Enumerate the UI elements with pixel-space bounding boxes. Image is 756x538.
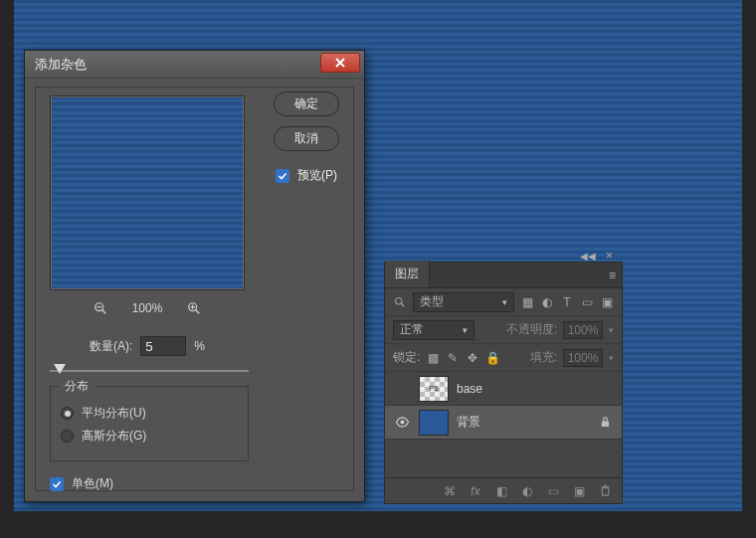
svg-rect-11 — [602, 488, 608, 495]
dialog-body: 100% 确定 取消 预览(P) 数量(A): % 分布 — [35, 87, 354, 491]
panel-tabs: 图层 ≡ — [385, 263, 622, 288]
blend-mode-value: 正常 — [400, 321, 424, 338]
zoom-out-icon[interactable] — [93, 300, 108, 316]
gaussian-radio[interactable] — [61, 430, 74, 443]
layer-item[interactable]: 背景 — [385, 406, 622, 440]
uniform-radio-row[interactable]: 平均分布(U) — [61, 405, 238, 422]
check-icon — [52, 479, 62, 489]
zoom-level: 100% — [132, 301, 163, 315]
visibility-toggle[interactable] — [393, 417, 411, 428]
lock-label: 锁定: — [393, 349, 420, 366]
distribution-group: 分布 平均分布(U) 高斯分布(G) — [50, 386, 249, 461]
amount-input[interactable] — [140, 336, 186, 356]
distribution-legend: 分布 — [59, 378, 94, 395]
panel-menu-icon[interactable]: ≡ — [609, 269, 616, 282]
monochrome-row[interactable]: 单色(M) — [50, 475, 113, 492]
chevron-down-icon: ▾ — [463, 325, 468, 335]
filter-type-icon[interactable]: T — [560, 295, 574, 309]
uniform-label: 平均分布(U) — [82, 405, 146, 422]
chevron-down-icon[interactable]: ▾ — [609, 325, 614, 335]
layer-name[interactable]: 背景 — [457, 414, 588, 431]
lock-transparency-icon[interactable]: ▩ — [426, 351, 440, 365]
collapse-icon[interactable]: ◀◀ — [580, 251, 596, 262]
lock-row: 锁定: ▩ ✎ ✥ 🔒 填充: 100% ▾ — [385, 344, 622, 372]
close-button[interactable] — [320, 53, 360, 73]
filter-row: 类型 ▾ ▦ ◐ T ▭ ▣ — [385, 288, 622, 316]
eye-icon — [395, 417, 410, 428]
svg-line-1 — [101, 310, 105, 314]
panel-footer: ⌘ fx ◧ ◐ ▭ ▣ — [385, 477, 622, 503]
uniform-radio[interactable] — [61, 407, 74, 420]
link-layers-icon[interactable]: ⌘ — [443, 484, 457, 498]
close-icon — [334, 57, 346, 69]
mask-icon[interactable]: ◧ — [494, 484, 508, 498]
slider-thumb[interactable] — [54, 364, 66, 374]
zoom-in-icon[interactable] — [186, 300, 202, 316]
chevron-down-icon[interactable]: ▾ — [609, 353, 614, 363]
layer-name[interactable]: base — [457, 382, 588, 396]
panel-close-icon[interactable]: × — [606, 249, 613, 263]
dialog-right-column: 确定 取消 预览(P) — [266, 91, 347, 184]
amount-row: 数量(A): % — [50, 336, 245, 356]
filter-smart-icon[interactable]: ▣ — [600, 295, 614, 309]
filter-pixel-icon[interactable]: ▦ — [520, 295, 534, 309]
monochrome-label: 单色(M) — [72, 475, 113, 492]
slider-track — [50, 370, 249, 372]
lock-all-icon[interactable]: 🔒 — [485, 351, 499, 365]
svg-line-8 — [401, 303, 404, 306]
adjustment-icon[interactable]: ◐ — [520, 484, 534, 498]
cancel-button[interactable]: 取消 — [274, 126, 339, 151]
layer-thumbnail[interactable] — [419, 410, 449, 436]
group-icon[interactable]: ▭ — [546, 484, 560, 498]
lock-brush-icon[interactable]: ✎ — [446, 351, 460, 365]
layer-list: PS base 背景 — [385, 372, 622, 477]
gaussian-label: 高斯分布(G) — [82, 428, 146, 445]
filter-type-dropdown[interactable]: 类型 ▾ — [413, 292, 514, 312]
amount-unit: % — [194, 339, 205, 353]
opacity-label: 不透明度: — [506, 321, 557, 338]
filter-adjust-icon[interactable]: ◐ — [540, 295, 554, 309]
filter-type-label: 类型 — [420, 293, 444, 310]
preview-checkbox[interactable] — [276, 169, 289, 183]
layers-tab[interactable]: 图层 — [385, 261, 430, 287]
chevron-down-icon: ▾ — [502, 297, 507, 307]
lock-position-icon[interactable]: ✥ — [466, 351, 479, 365]
lock-icon — [596, 416, 614, 429]
ok-button[interactable]: 确定 — [274, 91, 339, 116]
gaussian-radio-row[interactable]: 高斯分布(G) — [61, 428, 238, 445]
opacity-value[interactable]: 100% — [563, 321, 603, 339]
blend-row: 正常 ▾ 不透明度: 100% ▾ — [385, 316, 622, 344]
preview-label: 预览(P) — [297, 167, 337, 184]
search-icon[interactable] — [393, 295, 407, 309]
monochrome-checkbox[interactable] — [50, 477, 64, 491]
svg-point-9 — [400, 420, 404, 424]
layers-panel-wrap: ◀◀ × 图层 ≡ 类型 ▾ ▦ ◐ T ▭ ▣ 正常 ▾ 不透 — [384, 250, 623, 504]
dialog-titlebar[interactable]: 添加杂色 — [25, 51, 364, 79]
svg-rect-10 — [601, 422, 608, 428]
new-layer-icon[interactable]: ▣ — [572, 484, 586, 498]
add-noise-dialog: 添加杂色 100% 确定 取消 预览(P) — [24, 50, 365, 502]
preview-checkbox-row[interactable]: 预览(P) — [276, 167, 337, 184]
check-icon — [278, 171, 287, 181]
trash-icon[interactable] — [598, 484, 612, 498]
fill-value[interactable]: 100% — [563, 349, 603, 367]
layer-item[interactable]: PS base — [385, 372, 622, 406]
blend-mode-dropdown[interactable]: 正常 ▾ — [393, 320, 474, 340]
dialog-title: 添加杂色 — [35, 56, 87, 74]
svg-line-4 — [196, 310, 200, 314]
amount-label: 数量(A): — [90, 338, 132, 355]
layers-panel: 图层 ≡ 类型 ▾ ▦ ◐ T ▭ ▣ 正常 ▾ 不透明度: 100% ▾ — [384, 262, 623, 504]
svg-point-7 — [395, 297, 402, 304]
layer-thumbnail[interactable]: PS — [419, 376, 449, 402]
preview-image[interactable] — [50, 95, 245, 290]
fill-label: 填充: — [530, 349, 557, 366]
zoom-controls: 100% — [50, 300, 245, 316]
filter-shape-icon[interactable]: ▭ — [580, 295, 594, 309]
fx-icon[interactable]: fx — [469, 484, 482, 498]
